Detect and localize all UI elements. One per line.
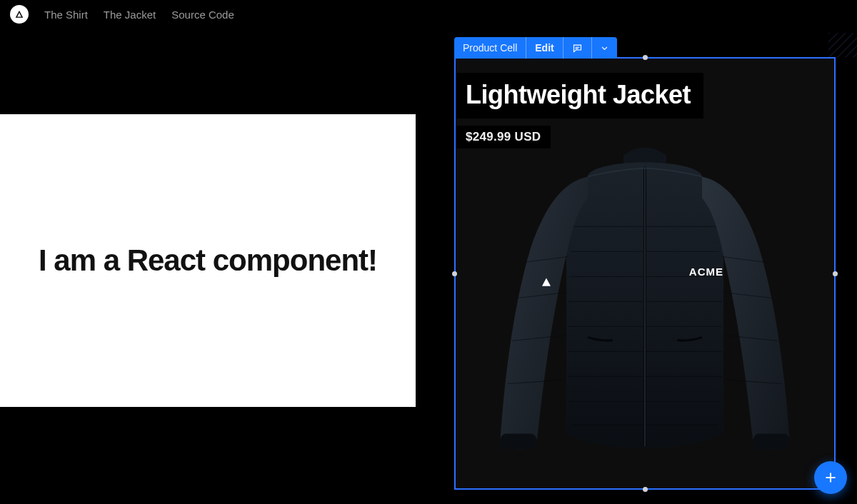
nav-link-shirt[interactable]: The Shirt	[44, 9, 88, 21]
product-title: Lightweight Jacket	[466, 80, 691, 110]
comment-icon	[572, 43, 583, 54]
react-component-preview: I am a React component!	[0, 114, 416, 407]
resize-handle-n[interactable]	[643, 55, 648, 60]
product-image: ACME	[481, 133, 809, 469]
add-fab[interactable]	[814, 461, 847, 494]
plus-icon	[823, 470, 838, 485]
chevron-down-icon	[599, 43, 610, 54]
nav: The Shirt The Jacket Source Code	[44, 9, 234, 21]
svg-rect-0	[501, 433, 536, 449]
resize-handle-e[interactable]	[833, 271, 838, 276]
garment-brand-label: ACME	[689, 266, 723, 278]
resize-handle-s[interactable]	[643, 487, 648, 492]
edit-button[interactable]: Edit	[526, 37, 563, 59]
app-logo[interactable]	[10, 5, 29, 24]
nav-link-source[interactable]: Source Code	[171, 9, 234, 21]
jacket-illustration	[481, 133, 809, 469]
canvas-hatch-decoration	[828, 33, 857, 57]
svg-rect-1	[753, 433, 789, 449]
react-component-text: I am a React component!	[39, 243, 377, 278]
more-dropdown[interactable]	[592, 37, 617, 59]
product-cell-selection[interactable]: Product Cell Edit Lightweight Jacket $24…	[454, 57, 836, 490]
selection-component-name[interactable]: Product Cell	[454, 37, 526, 59]
nav-link-jacket[interactable]: The Jacket	[104, 9, 156, 21]
product-title-container: Lightweight Jacket	[456, 73, 703, 119]
garment-sleeve-logo	[541, 276, 552, 288]
comment-button[interactable]	[563, 37, 592, 59]
selection-toolbar: Product Cell Edit	[454, 37, 617, 59]
resize-handle-w[interactable]	[452, 271, 457, 276]
triangle-icon	[14, 9, 24, 19]
header: The Shirt The Jacket Source Code	[0, 0, 857, 29]
